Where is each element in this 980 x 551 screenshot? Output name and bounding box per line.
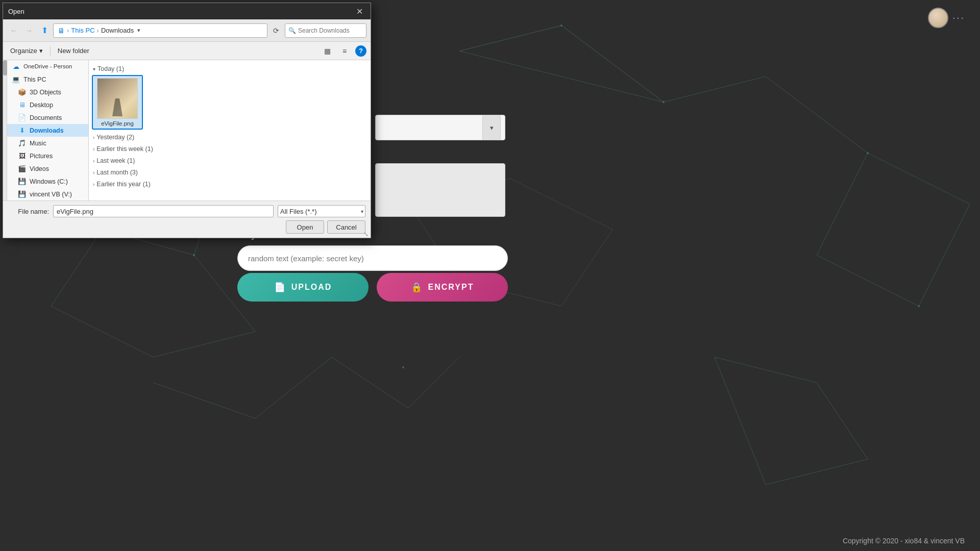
- svg-line-24: [255, 357, 332, 418]
- svg-line-13: [766, 77, 868, 153]
- resize-handle[interactable]: ⤡: [363, 231, 370, 237]
- dialog-cancel-button[interactable]: Cancel: [327, 220, 365, 234]
- filetype-select[interactable]: All Files (*.*) Image Files (*.png, *.jp…: [278, 205, 365, 217]
- thispc-link[interactable]: This PC: [71, 27, 94, 34]
- action-buttons: 📄 UPLOAD 🔒 ENCRYPT: [237, 273, 508, 302]
- lock-icon: 🔒: [411, 282, 423, 293]
- up-icon: ⬆: [41, 26, 48, 35]
- onedrive-icon: ☁: [11, 63, 20, 70]
- svg-line-17: [868, 153, 970, 204]
- sidebar-item-windows[interactable]: 💾 Windows (C:): [7, 175, 88, 188]
- group-header-earlier-week[interactable]: › Earlier this week (1): [91, 142, 369, 154]
- dialog-open-button[interactable]: Open: [286, 220, 324, 234]
- filename-label: File name:: [8, 208, 49, 215]
- upload-button[interactable]: 📄 UPLOAD: [237, 273, 369, 302]
- svg-line-28: [817, 383, 868, 459]
- dialog-toolbar: Organize ▾ New folder ▦ ≡ ?: [3, 42, 371, 60]
- dialog-title: Open: [8, 8, 24, 15]
- svg-line-11: [459, 51, 664, 102]
- breadcrumb-dropdown-button[interactable]: ▾: [136, 27, 142, 34]
- refresh-icon: ⟳: [273, 27, 279, 35]
- forward-button[interactable]: →: [22, 24, 36, 37]
- group-toggle-yesterday: ›: [93, 135, 94, 140]
- sidebar-item-onedrive[interactable]: ☁ OneDrive - Person: [7, 60, 88, 73]
- svg-line-20: [561, 230, 612, 306]
- refresh-button[interactable]: ⟳: [270, 24, 283, 37]
- user-profile-area[interactable]: ···: [928, 8, 965, 28]
- group-header-last-month[interactable]: › Last month (3): [91, 166, 369, 178]
- filename-input[interactable]: [53, 205, 274, 217]
- sidebar-item-desktop[interactable]: 🖥 Desktop: [7, 98, 88, 111]
- svg-point-38: [918, 305, 920, 307]
- downloads-icon: ⬇: [17, 127, 27, 134]
- new-folder-button[interactable]: New folder: [55, 46, 92, 56]
- sidebar-item-music[interactable]: 🎵 Music: [7, 137, 88, 149]
- dialog-close-button[interactable]: ✕: [353, 5, 365, 17]
- dialog-body: ☁ OneDrive - Person 💻 This PC 📦 3D Objec…: [3, 60, 371, 201]
- upload-icon: 📄: [274, 282, 286, 293]
- svg-line-6: [51, 306, 153, 357]
- group-header-last-week[interactable]: › Last week (1): [91, 154, 369, 166]
- up-button[interactable]: ⬆: [38, 24, 51, 37]
- back-button[interactable]: ←: [7, 24, 20, 37]
- videos-icon: 🎬: [17, 165, 27, 172]
- file-dropdown-btn[interactable]: ▾: [482, 115, 501, 140]
- sidebar-item-3dobjects[interactable]: 📦 3D Objects: [7, 86, 88, 98]
- sidebar-item-downloads[interactable]: ⬇ Downloads: [7, 124, 88, 137]
- open-file-dialog[interactable]: Open ✕ ← → ⬆ 🖥 › This PC › Downloads ▾: [3, 3, 371, 238]
- search-box: 🔍: [285, 23, 366, 38]
- sidebar-item-pictures[interactable]: 🖼 Pictures: [7, 149, 88, 162]
- help-button[interactable]: ?: [355, 45, 366, 57]
- organize-button[interactable]: Organize ▾: [7, 46, 46, 56]
- thumbnail-image: [97, 78, 137, 119]
- svg-point-35: [560, 24, 562, 27]
- group-header-earlier-year[interactable]: › Earlier this year (1): [91, 178, 369, 189]
- search-icon: 🔍: [288, 27, 296, 34]
- details-icon: ≡: [342, 47, 347, 55]
- forward-icon: →: [26, 27, 33, 35]
- key-input[interactable]: [237, 245, 508, 271]
- svg-point-39: [402, 366, 404, 368]
- nav-pane: ☁ OneDrive - Person 💻 This PC 📦 3D Objec…: [7, 60, 89, 201]
- svg-line-5: [51, 230, 102, 306]
- svg-point-36: [663, 101, 665, 103]
- filename-row: File name: All Files (*.*) Image Files (…: [8, 205, 365, 217]
- view-icon: ▦: [324, 47, 331, 55]
- nav-scrollbar[interactable]: [3, 60, 7, 201]
- svg-line-12: [664, 77, 766, 102]
- group-toggle-last-week: ›: [93, 158, 94, 164]
- 3dobjects-icon: 📦: [17, 88, 27, 96]
- sidebar-item-documents[interactable]: 📄 Documents: [7, 111, 88, 124]
- pictures-icon: 🖼: [17, 152, 27, 160]
- desktop-icon: 🖥: [17, 101, 27, 109]
- search-input[interactable]: [298, 27, 363, 34]
- group-toggle-last-month: ›: [93, 170, 94, 176]
- breadcrumb: 🖥 › This PC › Downloads ▾: [53, 23, 267, 38]
- avatar: [928, 8, 948, 28]
- group-header-yesterday[interactable]: › Yesterday (2): [91, 131, 369, 142]
- group-header-today[interactable]: ▾ Today (1): [91, 62, 369, 74]
- view-details-button[interactable]: ≡: [338, 44, 351, 58]
- avatar-dots-icon: ···: [952, 11, 965, 24]
- file-item-evigfile[interactable]: eVigFile.png: [92, 75, 143, 130]
- svg-point-34: [193, 254, 195, 256]
- text-area-box: [375, 163, 505, 217]
- sidebar-item-vincentvb[interactable]: 💾 vincent VB (V:): [7, 188, 88, 201]
- sidebar-item-thispc[interactable]: 💻 This PC: [7, 73, 88, 86]
- svg-line-9: [459, 26, 561, 51]
- group-toggle-earlier-year: ›: [93, 182, 94, 187]
- thispc-icon: 🖥: [58, 27, 65, 35]
- svg-line-29: [766, 459, 868, 485]
- sidebar-item-videos[interactable]: 🎬 Videos: [7, 162, 88, 175]
- nav-pane-container: ☁ OneDrive - Person 💻 This PC 📦 3D Objec…: [3, 60, 89, 201]
- music-icon: 🎵: [17, 139, 27, 147]
- view-toggle-button[interactable]: ▦: [321, 44, 334, 58]
- dialog-titlebar: Open ✕: [3, 3, 371, 19]
- organize-dropdown-icon: ▾: [39, 47, 43, 55]
- windows-c-icon: 💾: [17, 178, 27, 185]
- svg-line-23: [153, 383, 255, 418]
- vincent-vb-icon: 💾: [17, 190, 27, 198]
- encrypt-button[interactable]: 🔒 ENCRYPT: [377, 273, 508, 302]
- svg-line-25: [332, 357, 408, 408]
- svg-line-7: [153, 332, 255, 357]
